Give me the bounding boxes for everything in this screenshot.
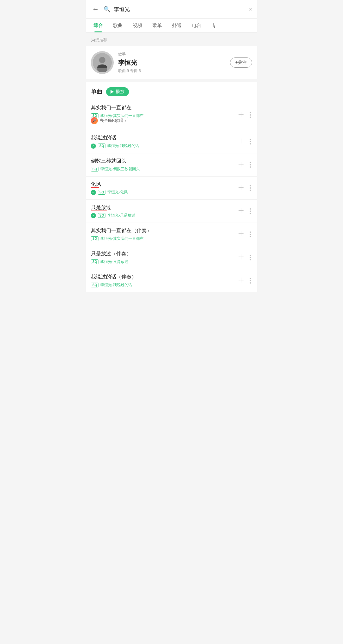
- song-item[interactable]: 其实我们一直都在 SQ 李恒光·其实我们一直都在 🎤 去全民K歌唱 ›: [86, 100, 257, 130]
- add-to-playlist-icon[interactable]: [238, 253, 245, 262]
- play-all-button[interactable]: 播放: [106, 87, 129, 96]
- song-title: 化风: [91, 181, 234, 188]
- song-actions: [238, 230, 252, 239]
- song-item[interactable]: 只是放过（伴奏） SQ 李恒光·只是放过: [86, 246, 257, 269]
- song-item[interactable]: 我说过的话（伴奏） SQ 李恒光·我说过的话: [86, 269, 257, 292]
- song-title-text: 我说过的话: [91, 135, 116, 141]
- tab-putong[interactable]: 扑通: [167, 19, 187, 32]
- play-label: 播放: [116, 89, 124, 95]
- clear-button[interactable]: ×: [249, 6, 252, 13]
- song-artist: 李恒光·只是放过: [100, 259, 128, 265]
- song-info: 其实我们一直都在（伴奏） SQ 李恒光·其实我们一直都在: [91, 227, 234, 241]
- song-meta: ✓ SQ 李恒光·我说过的话: [91, 143, 234, 149]
- song-item[interactable]: 我说过的话 ✓ SQ 李恒光·我说过的话: [86, 130, 257, 153]
- follow-button[interactable]: +关注: [230, 57, 252, 68]
- more-options-icon[interactable]: [248, 138, 252, 146]
- song-artist: 李恒光·只是放过: [107, 213, 135, 218]
- more-options-icon[interactable]: [248, 207, 252, 215]
- song-title: 只是放过（伴奏）: [91, 251, 234, 257]
- tab-zhuan[interactable]: 专: [206, 19, 221, 32]
- song-title-text: 化风: [91, 181, 101, 188]
- artist-type-label: 歌手: [118, 52, 225, 57]
- song-title-text: 只是放过: [91, 204, 111, 211]
- song-actions: [238, 253, 252, 262]
- svg-point-1: [99, 57, 105, 63]
- song-title: 只是放过: [91, 204, 234, 211]
- song-meta: ✓ SQ 李恒光·只是放过: [91, 213, 234, 218]
- sq-badge: SQ: [91, 259, 98, 264]
- song-info: 我说过的话 ✓ SQ 李恒光·我说过的话: [91, 135, 234, 149]
- song-actions: [238, 138, 252, 146]
- song-item[interactable]: 化风 ✓ SQ 李恒光·化风: [86, 177, 257, 200]
- add-to-playlist-icon[interactable]: [238, 138, 245, 146]
- kge-arrow-icon: ›: [125, 118, 126, 123]
- play-icon: [111, 90, 114, 94]
- song-meta: SQ 李恒光·只是放过: [91, 259, 234, 265]
- song-artist: 李恒光·化风: [107, 190, 127, 195]
- more-options-icon[interactable]: [248, 230, 252, 238]
- check-icon: ✓: [91, 190, 96, 195]
- add-to-playlist-icon[interactable]: [238, 230, 245, 239]
- tab-gequ[interactable]: 歌曲: [108, 19, 128, 32]
- song-title: 我说过的话: [91, 135, 234, 141]
- check-icon: ✓: [91, 144, 96, 149]
- more-options-icon[interactable]: [248, 184, 252, 192]
- tab-bar: 综合 歌曲 视频 歌单 扑通 电台 专: [86, 19, 257, 33]
- tab-shipin[interactable]: 视频: [128, 19, 147, 32]
- artist-card[interactable]: 歌手 李恒光 歌曲:9 专辑:5 +关注: [86, 46, 257, 79]
- add-to-playlist-icon[interactable]: [238, 207, 245, 216]
- sq-badge: SQ: [98, 213, 105, 218]
- song-meta: SQ 李恒光·倒数三秒就回头: [91, 166, 234, 172]
- sq-badge: SQ: [91, 236, 98, 241]
- song-artist: 李恒光·我说过的话: [100, 282, 132, 288]
- song-actions: [238, 277, 252, 285]
- tab-gedan[interactable]: 歌单: [147, 19, 167, 32]
- singles-title: 单曲: [91, 88, 102, 96]
- kge-text: 去全民K歌唱: [100, 118, 123, 124]
- song-artist: 李恒光·倒数三秒就回头: [100, 166, 139, 172]
- artist-stats: 歌曲:9 专辑:5: [118, 68, 225, 74]
- song-actions: [238, 161, 252, 169]
- add-to-playlist-icon[interactable]: [238, 161, 245, 169]
- more-options-icon[interactable]: [248, 161, 252, 169]
- add-to-playlist-icon[interactable]: [238, 277, 245, 285]
- more-options-icon[interactable]: [248, 277, 252, 285]
- song-info: 倒数三秒就回头 SQ 李恒光·倒数三秒就回头: [91, 158, 234, 172]
- song-meta: SQ 李恒光·其实我们一直都在: [91, 236, 234, 241]
- song-artist: 李恒光·我说过的话: [107, 143, 139, 149]
- more-options-icon[interactable]: [248, 253, 252, 262]
- search-icon: 🔍: [104, 6, 111, 13]
- sq-badge: SQ: [91, 283, 98, 287]
- singles-header: 单曲 播放: [86, 82, 257, 100]
- song-title: 我说过的话（伴奏）: [91, 274, 234, 280]
- avatar: [91, 51, 114, 74]
- add-to-playlist-icon[interactable]: [238, 184, 245, 192]
- add-to-playlist-icon[interactable]: [238, 111, 245, 119]
- check-icon: ✓: [91, 213, 96, 218]
- song-item[interactable]: 倒数三秒就回头 SQ 李恒光·倒数三秒就回头: [86, 153, 257, 177]
- sq-badge: SQ: [98, 144, 105, 148]
- singles-section: 单曲 播放 其实我们一直都在 SQ 李恒光·其实我们一直都在 🎤 去全民K歌唱 …: [86, 82, 257, 292]
- song-title: 倒数三秒就回头: [91, 158, 234, 164]
- back-button[interactable]: ←: [91, 4, 100, 15]
- song-meta: SQ 李恒光·我说过的话: [91, 282, 234, 288]
- artist-name: 李恒光: [118, 58, 225, 67]
- tab-zonghe[interactable]: 综合: [88, 19, 108, 32]
- song-item[interactable]: 其实我们一直都在（伴奏） SQ 李恒光·其实我们一直都在: [86, 223, 257, 246]
- song-actions: [238, 207, 252, 216]
- song-artist: 李恒光·其实我们一直都在: [100, 236, 143, 241]
- sq-badge: SQ: [91, 167, 98, 171]
- song-info: 只是放过 ✓ SQ 李恒光·只是放过: [91, 204, 234, 218]
- tab-diantai[interactable]: 电台: [187, 19, 206, 32]
- song-meta: ✓ SQ 李恒光·化风: [91, 190, 234, 195]
- more-options-icon[interactable]: [248, 111, 252, 119]
- sq-badge: SQ: [98, 190, 105, 195]
- song-info: 其实我们一直都在 SQ 李恒光·其实我们一直都在 🎤 去全民K歌唱 ›: [91, 104, 234, 125]
- kge-icon: 🎤: [91, 117, 98, 124]
- artist-info: 歌手 李恒光 歌曲:9 专辑:5: [118, 52, 225, 74]
- song-info: 只是放过（伴奏） SQ 李恒光·只是放过: [91, 251, 234, 265]
- recommend-label: 为您推荐: [86, 33, 257, 46]
- song-item[interactable]: 只是放过 ✓ SQ 李恒光·只是放过: [86, 200, 257, 223]
- search-input[interactable]: [114, 6, 245, 12]
- kge-row[interactable]: 🎤 去全民K歌唱 ›: [91, 117, 234, 125]
